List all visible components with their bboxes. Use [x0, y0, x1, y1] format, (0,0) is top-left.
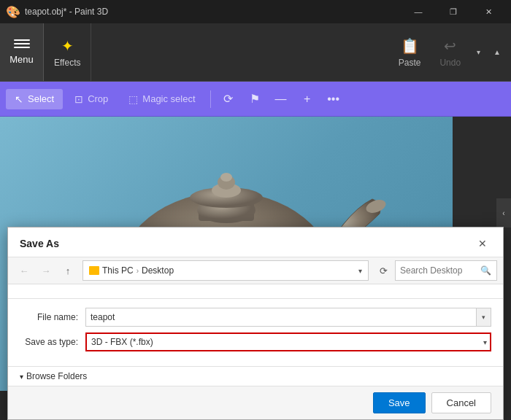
magic-select-button[interactable]: ⬚ Magic select: [120, 89, 204, 109]
refresh-button[interactable]: ⟳: [373, 260, 393, 281]
title-bar-controls: — ❐ ✕: [402, 0, 505, 23]
toolbar: ↖ Select ⊡ Crop ⬚ Magic select ⟳ ⚑ — + •…: [0, 82, 511, 117]
file-name-input[interactable]: [85, 308, 491, 327]
save-as-type-select[interactable]: 3D - FBX (*.fbx) 3D - OBJ (*.obj) 3D - S…: [85, 332, 491, 351]
dialog-actions: Save Cancel: [8, 386, 503, 419]
ribbon-right: 📋 Paste ↩ Undo ▾ ▲: [385, 23, 511, 81]
dialog-form: File name: ▾ Save as type: 3D - FBX (*.f…: [8, 299, 503, 366]
crop-button[interactable]: ⊡ Crop: [66, 89, 117, 109]
paste-label: Paste: [399, 58, 421, 68]
dialog-titlebar: Save As ✕: [8, 228, 503, 257]
minus-button[interactable]: —: [269, 88, 293, 111]
sidebar-toggle-button[interactable]: ‹: [496, 198, 511, 228]
main-container: ‹ Save As ✕ ← → ↑ This PC ›: [0, 117, 511, 420]
effects-icon: ✦: [61, 37, 74, 55]
dialog-overlay: Save As ✕ ← → ↑ This PC › Desktop ▾ ⟳: [0, 227, 511, 420]
menu-label: Menu: [9, 54, 34, 65]
plus-button[interactable]: +: [296, 88, 319, 111]
back-button[interactable]: ←: [14, 260, 34, 281]
save-as-type-row: Save as type: 3D - FBX (*.fbx) 3D - OBJ …: [20, 332, 491, 351]
undo-label: Undo: [439, 58, 461, 68]
folder-icon: [89, 266, 99, 275]
more-button[interactable]: •••: [322, 88, 345, 111]
canvas-wrapper: ‹ Save As ✕ ← → ↑ This PC ›: [0, 117, 511, 420]
ribbon-collapse-button[interactable]: ▲: [491, 45, 504, 59]
maximize-button[interactable]: ❐: [437, 0, 470, 23]
file-name-input-wrap: ▾: [85, 308, 491, 327]
effects-label: Effects: [54, 58, 80, 68]
ribbon-expand-button[interactable]: ▾: [474, 45, 483, 59]
file-name-row: File name: ▾: [20, 308, 491, 327]
search-icon: 🔍: [480, 265, 491, 276]
forward-button[interactable]: →: [36, 260, 56, 281]
crop-icon: ⊡: [74, 93, 83, 105]
undo-button[interactable]: ↩ Undo: [434, 34, 466, 71]
title-bar-left: 🎨 teapot.obj* - Paint 3D: [6, 5, 108, 19]
browse-chevron-icon: ▾: [20, 373, 23, 381]
dialog-title: Save As: [20, 238, 59, 249]
undo-icon: ↩: [444, 37, 456, 55]
close-button[interactable]: ✕: [472, 0, 505, 23]
paste-icon: 📋: [401, 37, 419, 55]
flip-button[interactable]: ⚑: [243, 88, 266, 111]
breadcrumb-dropdown-arrow[interactable]: ▾: [358, 267, 362, 275]
crop-label: Crop: [88, 93, 108, 104]
search-input[interactable]: [400, 265, 480, 276]
ribbon-spacer: [91, 23, 385, 81]
save-as-dialog: Save As ✕ ← → ↑ This PC › Desktop ▾ ⟳: [7, 227, 504, 420]
select-label: Select: [28, 93, 54, 104]
toolbar-separator-1: [210, 90, 211, 108]
rotate-button[interactable]: ⟳: [217, 88, 240, 111]
title-bar: 🎨 teapot.obj* - Paint 3D — ❐ ✕: [0, 0, 511, 23]
breadcrumb-bar[interactable]: This PC › Desktop ▾: [82, 260, 369, 281]
file-name-label: File name:: [20, 312, 85, 322]
file-listing-area: [8, 284, 503, 299]
svg-point-6: [220, 173, 232, 182]
effects-button[interactable]: ✦ Effects: [44, 23, 91, 81]
dialog-toolbar: ← → ↑ This PC › Desktop ▾ ⟳ 🔍: [8, 257, 503, 284]
paste-button[interactable]: 📋 Paste: [393, 34, 427, 71]
magic-select-label: Magic select: [142, 93, 195, 104]
save-button[interactable]: Save: [373, 392, 426, 413]
file-name-dropdown-arrow[interactable]: ▾: [476, 308, 491, 326]
menu-icon: [14, 39, 30, 51]
browse-folders-label: Browse Folders: [26, 371, 87, 381]
save-as-type-select-wrap: 3D - FBX (*.fbx) 3D - OBJ (*.obj) 3D - S…: [85, 332, 491, 351]
cancel-button[interactable]: Cancel: [431, 392, 491, 413]
up-button[interactable]: ↑: [58, 260, 78, 281]
menu-button[interactable]: Menu: [0, 23, 44, 81]
ribbon: Menu ✦ Effects 📋 Paste ↩ Undo ▾ ▲: [0, 23, 511, 82]
browse-folders-button[interactable]: ▾ Browse Folders: [8, 366, 503, 386]
breadcrumb-desktop: Desktop: [142, 265, 174, 276]
breadcrumb-pc: This PC: [102, 265, 134, 276]
select-button[interactable]: ↖ Select: [6, 89, 63, 109]
save-as-type-label: Save as type:: [20, 337, 85, 347]
search-box: 🔍: [395, 260, 497, 281]
minimize-button[interactable]: —: [402, 0, 435, 23]
dialog-close-button[interactable]: ✕: [474, 235, 491, 252]
magic-select-icon: ⬚: [128, 93, 138, 105]
window-title: teapot.obj* - Paint 3D: [25, 7, 108, 17]
cursor-icon: ↖: [15, 93, 23, 105]
breadcrumb-chevron-1: ›: [137, 267, 139, 275]
